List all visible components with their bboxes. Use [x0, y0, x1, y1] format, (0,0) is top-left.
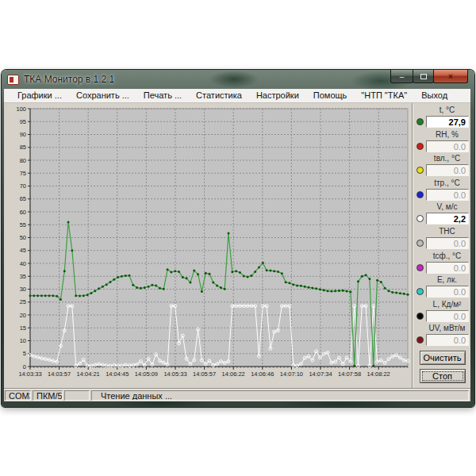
svg-text:95: 95 — [20, 118, 26, 125]
svg-text:35: 35 — [20, 273, 26, 280]
menu-item-statistics[interactable]: Статистика — [189, 90, 249, 102]
sensor-color-dot-icon — [416, 240, 424, 247]
stop-button[interactable]: Стоп — [420, 369, 466, 383]
clear-button[interactable]: Очистить — [420, 351, 466, 365]
menu-item-settings[interactable]: Настройки — [249, 90, 306, 102]
sensor-value: 0.0 — [426, 237, 469, 249]
menu-item-help[interactable]: Помощь — [306, 90, 355, 102]
svg-text:14:05:57: 14:05:57 — [193, 370, 216, 378]
chart-region: 0510152025303540455055606570758085909510… — [4, 103, 412, 389]
svg-text:0: 0 — [23, 363, 26, 370]
sensor-value: 0.0 — [426, 310, 469, 322]
maximize-icon — [420, 74, 427, 79]
status-cell-device: ПКМ/52 — [33, 390, 63, 401]
sensor-group: tвл., °C 0.0 — [416, 154, 469, 178]
svg-text:14:05:09: 14:05:09 — [135, 370, 158, 378]
svg-text:14:08:22: 14:08:22 — [367, 370, 390, 378]
svg-text:90: 90 — [20, 131, 26, 138]
sensor-color-dot-icon — [416, 336, 424, 344]
sensor-group: tтр., °C 0.0 — [416, 178, 469, 203]
sensor-color-dot-icon — [416, 288, 424, 295]
svg-text:45: 45 — [20, 247, 26, 254]
svg-text:75: 75 — [20, 170, 26, 177]
titlebar[interactable]: ТКА Монитор в.1.2.1 – × — [2, 70, 474, 89]
sensor-value: 0.0 — [426, 189, 469, 201]
sensor-label: V, м/с — [416, 202, 469, 213]
sensor-group: L, Кд/м² 0.0 — [416, 300, 469, 324]
sensor-panel: t, °C 27,9 RH, % 0.0 tвл., °C — [412, 103, 471, 389]
menu-item-ntp-tka[interactable]: "НТП "ТКА" — [354, 90, 414, 102]
sensor-label: UV, мВт/м — [416, 324, 469, 334]
sensor-label: tвл., °C — [416, 154, 469, 164]
window-title: ТКА Монитор в.1.2.1 — [24, 74, 114, 85]
sensor-label: RH, % — [416, 130, 469, 140]
menu-item-save[interactable]: Сохранить ... — [69, 90, 136, 102]
sensor-value: 27,9 — [426, 116, 469, 128]
sensor-group: E, лк. 0.0 — [416, 275, 469, 300]
minimize-icon: – — [400, 72, 405, 81]
sensor-color-dot-icon — [416, 167, 424, 174]
sensor-group: RH, % 0.0 — [416, 130, 469, 155]
sensor-value: 2,2 — [426, 213, 469, 225]
svg-text:15: 15 — [20, 324, 26, 332]
svg-text:80: 80 — [20, 157, 26, 164]
svg-text:14:07:10: 14:07:10 — [280, 370, 303, 378]
maximize-button[interactable] — [413, 70, 434, 83]
menu-item-print[interactable]: Печать ... — [136, 90, 189, 102]
sensor-value: 0.0 — [426, 140, 469, 152]
close-icon: × — [448, 72, 453, 81]
svg-text:14:06:46: 14:06:46 — [251, 370, 274, 378]
svg-text:10: 10 — [20, 337, 26, 344]
sensor-label: tтр., °C — [416, 178, 469, 189]
sensor-value: 0.0 — [426, 286, 469, 298]
sensor-group: UV, мВт/м 0.0 — [416, 324, 469, 348]
svg-text:14:07:58: 14:07:58 — [338, 370, 361, 378]
sensor-value: 0.0 — [426, 334, 469, 346]
svg-text:65: 65 — [20, 195, 26, 202]
sensor-color-dot-icon — [416, 191, 424, 198]
svg-text:70: 70 — [20, 182, 26, 190]
sensor-group: tсф., °C 0.0 — [416, 251, 469, 276]
close-button[interactable]: × — [433, 70, 468, 83]
chart-svg: 0510152025303540455055606570758085909510… — [4, 103, 412, 388]
status-cell-message: Чтение данных ... — [91, 390, 469, 401]
svg-text:14:05:33: 14:05:33 — [163, 370, 186, 378]
minimize-button[interactable]: – — [390, 70, 413, 83]
menu-item-exit[interactable]: Выход — [414, 90, 455, 102]
svg-text:5: 5 — [23, 350, 26, 357]
sensor-label: E, лк. — [416, 275, 469, 286]
sensor-label: L, Кд/м² — [416, 300, 469, 310]
svg-text:55: 55 — [20, 221, 26, 228]
client-area: Графики ... Сохранить ... Печать ... Ста… — [4, 89, 470, 401]
svg-text:14:04:21: 14:04:21 — [77, 370, 100, 378]
statusbar: COM3 ПКМ/52 Чтение данных ... — [4, 389, 470, 401]
svg-text:14:04:45: 14:04:45 — [106, 370, 129, 378]
svg-text:14:03:33: 14:03:33 — [18, 370, 41, 378]
menubar: Графики ... Сохранить ... Печать ... Ста… — [4, 89, 470, 103]
svg-text:14:06:22: 14:06:22 — [222, 370, 245, 378]
status-cell-empty — [64, 390, 90, 401]
sensor-value: 0.0 — [426, 262, 469, 274]
caption-buttons: – × — [391, 70, 468, 83]
svg-text:20: 20 — [20, 312, 26, 319]
app-icon — [7, 75, 19, 85]
sensor-label: tсф., °C — [416, 251, 469, 262]
sensor-color-dot-icon — [416, 143, 424, 150]
svg-text:85: 85 — [20, 144, 26, 151]
status-cell-port: COM3 — [5, 390, 31, 401]
app-window: ТКА Монитор в.1.2.1 – × Графики ... Сохр… — [2, 70, 474, 407]
svg-text:40: 40 — [20, 260, 26, 267]
menu-item-charts[interactable]: Графики ... — [10, 90, 69, 102]
sensor-group: t, °C 27,9 — [416, 106, 469, 130]
svg-text:30: 30 — [20, 286, 26, 293]
svg-text:60: 60 — [20, 209, 26, 216]
svg-text:14:07:34: 14:07:34 — [309, 370, 332, 378]
sensor-group: V, м/с 2,2 — [416, 202, 469, 227]
sensor-value: 0.0 — [426, 164, 469, 176]
svg-text:50: 50 — [20, 234, 26, 241]
svg-text:14:03:57: 14:03:57 — [48, 370, 71, 378]
sensor-label: t, °C — [416, 106, 469, 116]
svg-text:100: 100 — [16, 106, 26, 113]
sensor-color-dot-icon — [416, 264, 424, 271]
sensor-group: ТНС 0.0 — [416, 227, 469, 251]
